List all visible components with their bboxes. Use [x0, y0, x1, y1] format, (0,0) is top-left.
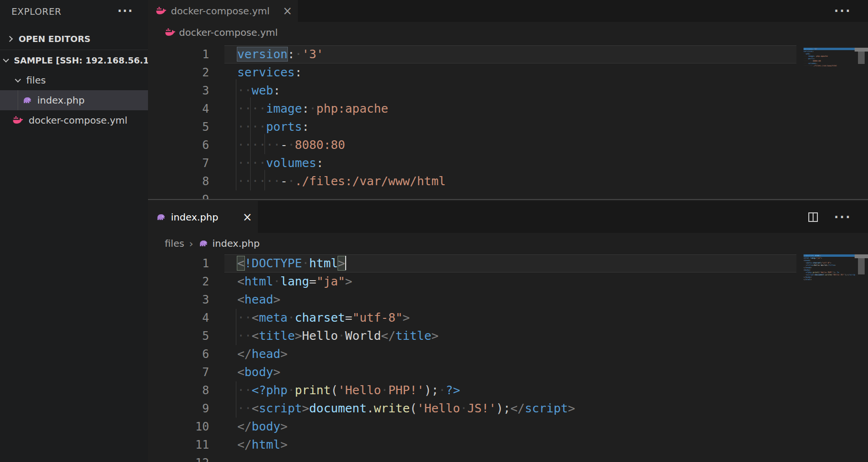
- code-text: ··<script>document.write('Hello·JS!');</…: [209, 399, 575, 418]
- code-line[interactable]: 10</body>: [148, 418, 868, 436]
- scrollbar[interactable]: [855, 0, 868, 199]
- code-text: <head>: [209, 291, 280, 309]
- code-text: ······-·8080:80: [209, 136, 345, 154]
- token: <: [252, 311, 259, 325]
- token: >: [273, 365, 280, 379]
- token: :: [302, 120, 309, 134]
- minimap[interactable]: version:·'3'services:··web:····image:·ph…: [800, 48, 855, 69]
- code-line[interactable]: 12: [148, 454, 868, 462]
- close-icon[interactable]: ×: [283, 5, 292, 17]
- scrollbar[interactable]: [855, 201, 868, 462]
- code-line[interactable]: 2services:: [148, 63, 868, 82]
- tab-label: index.php: [171, 211, 218, 223]
- token: charset: [295, 311, 345, 325]
- php-file-icon: [198, 238, 209, 249]
- breadcrumb-item-docker-compose[interactable]: docker-compose.yml: [165, 27, 278, 38]
- tab-docker-compose-yml[interactable]: docker-compose.yml ×: [148, 0, 298, 22]
- token: script: [525, 401, 568, 415]
- minimap-line: [804, 281, 855, 283]
- token: </: [381, 329, 395, 343]
- code-text: <!DOCTYPE·html>: [209, 254, 346, 273]
- code-line[interactable]: 6</head>: [148, 345, 868, 363]
- breadcrumb-item-files[interactable]: files: [165, 238, 184, 249]
- token: :: [273, 84, 280, 97]
- code-line[interactable]: 8··<?php·print('Hello·PHP!');·?>: [148, 381, 868, 399]
- token: =: [345, 311, 352, 325]
- code-line[interactable]: 5····ports:: [148, 118, 868, 136]
- code-line[interactable]: 8······-·./files:/var/www/html: [148, 172, 868, 190]
- breadcrumb-item-index-php[interactable]: index.php: [198, 238, 260, 249]
- scrollbar-thumb[interactable]: [858, 52, 865, 64]
- split-editor-icon[interactable]: [808, 212, 818, 222]
- token: :: [302, 102, 309, 116]
- token: =: [309, 274, 317, 288]
- code-line[interactable]: 6······-·8080:80: [148, 136, 868, 154]
- token: ····: [237, 156, 266, 170]
- minimap[interactable]: <!DOCTYPE·html><html·lang="ja"><head>··<…: [800, 254, 855, 283]
- code-line[interactable]: 4····image:·php:apache: [148, 100, 868, 118]
- code-line[interactable]: 5··<title>Hello·World</title>: [148, 327, 868, 345]
- code-line[interactable]: 1version:·'3': [148, 45, 868, 63]
- tab-index-php[interactable]: index.php ×: [148, 201, 258, 233]
- open-editors-section-header[interactable]: OPEN EDITORS: [0, 29, 148, 49]
- overview-ruler-cursor-marker: [855, 254, 868, 258]
- code-line[interactable]: 2<html·lang="ja">: [148, 273, 868, 291]
- token: >: [338, 256, 345, 270]
- editor-more-actions-button[interactable]: ···: [834, 201, 851, 233]
- workspace-section-header[interactable]: SAMPLE [SSH: 192.168.56.101]: [0, 50, 148, 70]
- code-text: ··<title>Hello·World</title>: [209, 327, 439, 345]
- token: volumes: [266, 156, 316, 170]
- token: >: [273, 293, 280, 306]
- token: >: [402, 311, 410, 325]
- indent-guide: [236, 79, 236, 190]
- token: ·: [338, 329, 345, 343]
- code-text: </body>: [209, 418, 287, 436]
- line-number: 7: [148, 154, 209, 172]
- scrollbar-thumb[interactable]: [858, 258, 865, 274]
- code-line[interactable]: 7····volumes:: [148, 154, 868, 172]
- token: ./files:/var/www/html: [295, 174, 445, 188]
- close-icon[interactable]: ×: [243, 211, 252, 223]
- code-line[interactable]: 11</html>: [148, 436, 868, 454]
- token: ·: [287, 383, 295, 397]
- token: <: [252, 329, 259, 343]
- sidebar-item-docker-compose[interactable]: docker-compose.yml: [0, 110, 148, 130]
- token: ······: [237, 174, 280, 188]
- token: services: [237, 65, 295, 79]
- token: meta: [259, 311, 287, 325]
- token: head: [244, 293, 273, 306]
- line-number: 4: [148, 100, 209, 118]
- code-line[interactable]: 9: [148, 190, 868, 200]
- line-number: 9: [148, 190, 209, 200]
- breadcrumb-separator: ›: [189, 238, 193, 250]
- editor-group-top: docker-compose.yml × ··· docker-compose.…: [148, 0, 868, 200]
- explorer-more-actions-button[interactable]: ···: [117, 0, 133, 22]
- code-line[interactable]: 7<body>: [148, 363, 868, 381]
- code-line[interactable]: 4··<meta·charset="utf-8">: [148, 309, 868, 327]
- token: PHP!': [388, 383, 424, 397]
- line-number: 2: [148, 273, 209, 291]
- code-line[interactable]: 3<head>: [148, 291, 868, 309]
- token: >: [280, 347, 287, 361]
- token: -: [280, 138, 287, 152]
- open-editors-label: OPEN EDITORS: [19, 34, 90, 44]
- token: write: [374, 401, 410, 415]
- token: ·: [295, 47, 302, 61]
- token: );: [424, 383, 438, 397]
- chevron-down-icon: [15, 76, 21, 83]
- code-line[interactable]: 1<!DOCTYPE·html>: [148, 254, 868, 273]
- docker-file-icon: [165, 27, 175, 38]
- sidebar-item-files-folder[interactable]: files: [0, 70, 148, 90]
- docker-file-icon: [156, 6, 166, 16]
- line-number: 5: [148, 118, 209, 136]
- php-file-icon: [156, 212, 166, 222]
- code-text: services:: [209, 63, 302, 82]
- code-line[interactable]: 3··web:: [148, 82, 868, 100]
- sidebar-item-index-php[interactable]: index.php: [0, 90, 148, 110]
- token: ······: [237, 138, 280, 152]
- token: web: [252, 84, 273, 97]
- token: >: [280, 420, 287, 433]
- token: php:apache: [317, 102, 389, 116]
- code-line[interactable]: 9··<script>document.write('Hello·JS!');<…: [148, 399, 868, 418]
- editor-more-actions-button[interactable]: ···: [834, 0, 851, 22]
